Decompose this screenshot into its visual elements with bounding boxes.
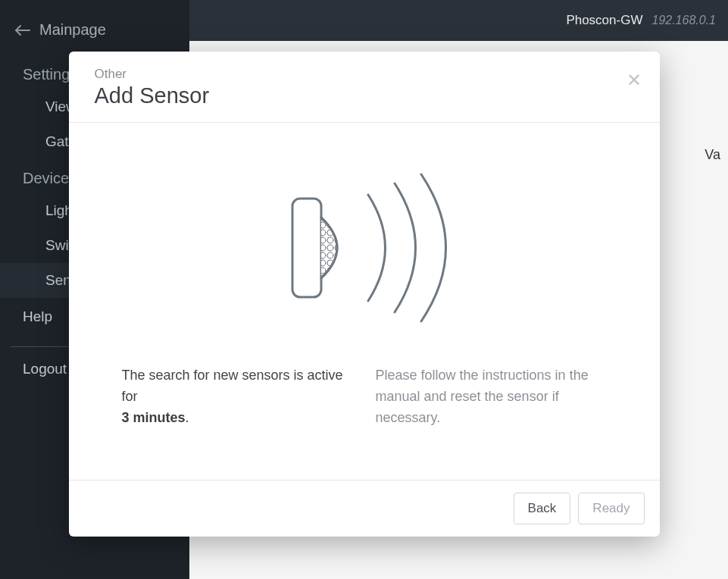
search-status-text: The search for new sensors is active for… [122, 365, 353, 429]
modal-title: Add Sensor [95, 83, 634, 108]
gateway-ip: 192.168.0.1 [651, 14, 716, 27]
motion-sensor-icon [251, 168, 478, 335]
search-time: 3 minutes [122, 410, 186, 425]
nav-label: Logout [23, 361, 67, 377]
sensor-illustration [99, 146, 630, 365]
modal-text-row: The search for new sensors is active for… [99, 365, 630, 429]
back-button[interactable]: Back [514, 493, 571, 524]
modal-category: Other [95, 67, 634, 82]
back-label: Mainpage [39, 21, 106, 39]
back-to-mainpage[interactable]: Mainpage [0, 11, 189, 55]
modal-footer: Back Ready [69, 480, 660, 537]
svg-rect-1 [292, 199, 321, 297]
instructions-text: Please follow the instructions in the ma… [376, 365, 607, 429]
gateway-name: Phoscon-GW [566, 13, 642, 28]
ready-button[interactable]: Ready [578, 493, 644, 524]
modal-body: The search for new sensors is active for… [69, 123, 660, 480]
column-header-value: Va [705, 147, 720, 163]
modal-header: Other Add Sensor ✕ [69, 52, 660, 123]
period: . [186, 410, 189, 425]
add-sensor-modal: Other Add Sensor ✕ [69, 52, 660, 537]
arrow-left-icon [14, 23, 30, 37]
search-text: The search for new sensors is active for [122, 368, 343, 404]
close-icon[interactable]: ✕ [626, 71, 642, 89]
modal-backdrop: Other Add Sensor ✕ [0, 0, 728, 579]
nav-label: Help [23, 308, 52, 324]
